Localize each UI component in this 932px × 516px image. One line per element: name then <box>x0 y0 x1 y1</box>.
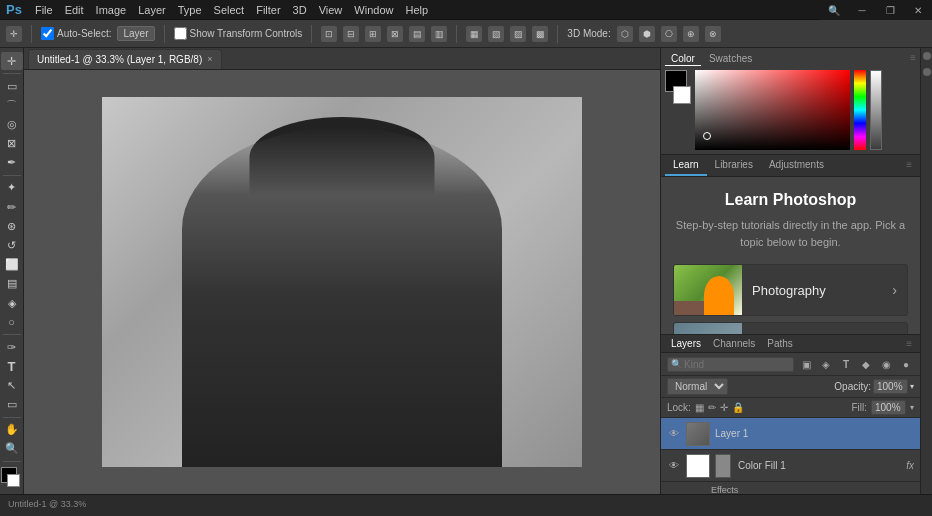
healing-brush-tool[interactable]: ✦ <box>1 179 23 197</box>
minimize-btn[interactable]: ─ <box>848 0 876 20</box>
layers-collapse-btn[interactable]: ≡ <box>902 335 916 352</box>
color-saturation-picker[interactable] <box>695 70 850 150</box>
filter-toggle[interactable]: ● <box>898 356 914 372</box>
clone-stamp-tool[interactable]: ⊛ <box>1 217 23 235</box>
opacity-dropdown-icon[interactable]: ▾ <box>910 382 914 391</box>
search-btn[interactable]: 🔍 <box>820 0 848 20</box>
type-tool[interactable]: T <box>1 357 23 375</box>
rectangular-marquee-tool[interactable]: ▭ <box>1 77 23 95</box>
tab-color[interactable]: Color <box>665 52 701 66</box>
background-color[interactable] <box>7 474 20 487</box>
lock-image-icon[interactable]: ✏ <box>708 402 716 413</box>
canvas-wrapper[interactable] <box>24 70 660 494</box>
zoom-tool[interactable]: 🔍 <box>1 440 23 458</box>
menu-type[interactable]: Type <box>173 3 207 17</box>
document-tab[interactable]: Untitled-1 @ 33.3% (Layer 1, RGB/8) × <box>28 49 222 69</box>
lock-transparent-icon[interactable]: ▦ <box>695 402 704 413</box>
blur-tool[interactable]: ◈ <box>1 294 23 312</box>
menu-edit[interactable]: Edit <box>60 3 89 17</box>
tab-bar: Untitled-1 @ 33.3% (Layer 1, RGB/8) × <box>24 48 660 70</box>
dodge-tool[interactable]: ○ <box>1 313 23 331</box>
menu-view[interactable]: View <box>314 3 348 17</box>
learn-card-retouching[interactable]: Retouching › <box>673 322 908 334</box>
blend-mode-select[interactable]: Normal <box>667 378 728 395</box>
gradient-tool[interactable]: ▤ <box>1 275 23 293</box>
3d-icon4[interactable]: ⊕ <box>683 26 699 42</box>
color-panel-collapse[interactable]: ≡ <box>910 52 916 66</box>
lasso-tool[interactable]: ⌒ <box>1 96 23 114</box>
menu-filter[interactable]: Filter <box>251 3 285 17</box>
quick-selection-tool[interactable]: ◎ <box>1 115 23 133</box>
layer-item-layer1[interactable]: 👁 Layer 1 <box>661 418 920 450</box>
fill-input[interactable] <box>871 400 906 415</box>
dist-v-icon[interactable]: ▧ <box>488 26 504 42</box>
menu-3d[interactable]: 3D <box>288 3 312 17</box>
tab-channels[interactable]: Channels <box>707 335 761 352</box>
align-bottom-icon[interactable]: ▥ <box>431 26 447 42</box>
smart-filter-icon[interactable]: ◉ <box>878 356 894 372</box>
close-btn[interactable]: ✕ <box>904 0 932 20</box>
show-transform-checkbox[interactable] <box>174 27 187 40</box>
3d-icon5[interactable]: ⊗ <box>705 26 721 42</box>
lock-all-icon[interactable]: 🔒 <box>732 402 744 413</box>
eraser-tool[interactable]: ⬜ <box>1 256 23 274</box>
tab-close-btn[interactable]: × <box>207 54 212 64</box>
type-filter-icon[interactable]: T <box>838 356 854 372</box>
menu-window[interactable]: Window <box>349 3 398 17</box>
learn-card-photography[interactable]: Photography › <box>673 264 908 316</box>
shape-tool[interactable]: ▭ <box>1 396 23 414</box>
menu-select[interactable]: Select <box>209 3 250 17</box>
pen-tool[interactable]: ✑ <box>1 338 23 356</box>
3d-icon2[interactable]: ⬢ <box>639 26 655 42</box>
dist-right-icon[interactable]: ▩ <box>532 26 548 42</box>
tab-libraries[interactable]: Libraries <box>707 155 761 176</box>
color-alpha-slider[interactable] <box>870 70 882 150</box>
3d-icon1[interactable]: ⬡ <box>617 26 633 42</box>
align-left-icon[interactable]: ⊡ <box>321 26 337 42</box>
tab-learn[interactable]: Learn <box>665 155 707 176</box>
dist-h-icon[interactable]: ▦ <box>466 26 482 42</box>
hand-tool[interactable]: ✋ <box>1 421 23 439</box>
shape-filter-icon[interactable]: ◆ <box>858 356 874 372</box>
layer-item-colorfill1[interactable]: 👁 Color Fill 1 fx <box>661 450 920 482</box>
restore-btn[interactable]: ❐ <box>876 0 904 20</box>
pixel-filter-icon[interactable]: ▣ <box>798 356 814 372</box>
tab-layers[interactable]: Layers <box>665 335 707 352</box>
move-tool-icon[interactable]: ✛ <box>6 26 22 42</box>
path-select-tool[interactable]: ↖ <box>1 376 23 394</box>
learn-panel-collapse-btn[interactable]: ≡ <box>902 155 916 176</box>
colorfill1-visibility-toggle[interactable]: 👁 <box>667 459 681 473</box>
fill-dropdown-icon[interactable]: ▾ <box>910 403 914 412</box>
panel-collapse-strip[interactable] <box>920 48 932 494</box>
brush-tool[interactable]: ✏ <box>1 198 23 216</box>
tab-swatches[interactable]: Swatches <box>703 52 758 66</box>
3d-icon3[interactable]: ⎔ <box>661 26 677 42</box>
align-center-v-icon[interactable]: ▤ <box>409 26 425 42</box>
auto-select-checkbox[interactable] <box>41 27 54 40</box>
layer-fx-icon[interactable]: fx <box>906 460 914 471</box>
eyedropper-tool[interactable]: ✒ <box>1 154 23 172</box>
adjustment-filter-icon[interactable]: ◈ <box>818 356 834 372</box>
collapse-dot1 <box>923 52 931 60</box>
color-hue-slider[interactable] <box>854 70 866 150</box>
layers-kind-input[interactable] <box>684 359 790 370</box>
menu-file[interactable]: File <box>30 3 58 17</box>
opacity-input[interactable] <box>873 379 908 394</box>
align-right-icon[interactable]: ⊞ <box>365 26 381 42</box>
move-tool-btn[interactable]: ✛ <box>1 52 23 70</box>
tab-paths[interactable]: Paths <box>761 335 799 352</box>
background-color-swatch[interactable] <box>673 86 691 104</box>
align-top-icon[interactable]: ⊠ <box>387 26 403 42</box>
layers-search-box[interactable]: 🔍 <box>667 357 794 372</box>
layer1-visibility-toggle[interactable]: 👁 <box>667 427 681 441</box>
tab-adjustments[interactable]: Adjustments <box>761 155 832 176</box>
crop-tool[interactable]: ⊠ <box>1 135 23 153</box>
history-brush-tool[interactable]: ↺ <box>1 236 23 254</box>
dist-left-icon[interactable]: ▨ <box>510 26 526 42</box>
menu-image[interactable]: Image <box>91 3 132 17</box>
layer-dropdown[interactable]: Layer <box>117 26 154 41</box>
align-center-h-icon[interactable]: ⊟ <box>343 26 359 42</box>
menu-layer[interactable]: Layer <box>133 3 171 17</box>
lock-position-icon[interactable]: ✛ <box>720 402 728 413</box>
menu-help[interactable]: Help <box>400 3 433 17</box>
